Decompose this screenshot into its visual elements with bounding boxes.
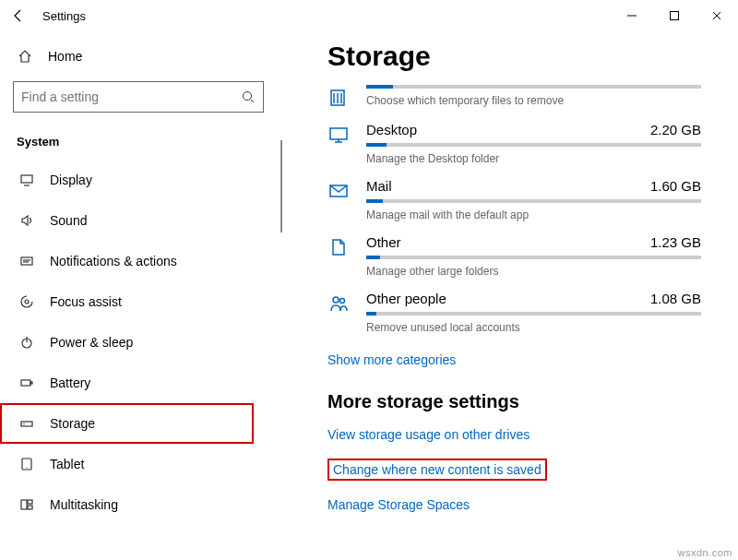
sidebar-item-power[interactable]: Power & sleep	[0, 322, 254, 363]
power-icon	[18, 335, 35, 350]
row-size: 2.20 GB	[650, 122, 701, 137]
row-desc: Remove unused local accounts	[366, 321, 701, 334]
svg-rect-6	[21, 257, 32, 265]
usage-bar	[366, 85, 701, 89]
home-icon	[17, 49, 33, 64]
svg-rect-14	[21, 422, 32, 426]
sound-icon	[18, 213, 35, 228]
other-icon	[327, 236, 350, 258]
row-desc: Manage the Desktop folder	[366, 152, 701, 165]
sidebar-item-sound[interactable]: Sound	[0, 200, 254, 241]
sidebar-item-label: Power & sleep	[50, 335, 133, 350]
battery-icon	[18, 375, 35, 390]
sidebar-item-focus[interactable]: Focus assist	[0, 281, 254, 322]
sidebar-item-label: Battery	[50, 375, 90, 390]
sidebar-item-battery[interactable]: Battery	[0, 363, 254, 403]
svg-rect-18	[21, 500, 27, 509]
row-name: Other	[366, 234, 401, 250]
usage-bar	[366, 143, 701, 147]
sidebar-item-storage[interactable]: Storage	[0, 403, 254, 444]
sidebar: Home System DisplaySoundNotifications & …	[0, 31, 277, 560]
row-desc: Manage other large folders	[366, 265, 701, 278]
svg-point-17	[26, 467, 27, 468]
svg-point-15	[23, 423, 25, 425]
storage-icon	[18, 416, 35, 431]
row-name: Desktop	[366, 122, 417, 137]
storage-row-mail[interactable]: Mail1.60 GBManage mail with the default …	[327, 178, 701, 221]
svg-point-9	[25, 300, 29, 304]
usage-bar	[366, 199, 701, 203]
storage-row-desktop[interactable]: Desktop2.20 GBManage the Desktop folder	[327, 122, 701, 165]
mail-icon	[327, 180, 350, 202]
focus-icon	[18, 294, 35, 309]
sidebar-item-label: Sound	[50, 213, 87, 228]
sidebar-section-label: System	[0, 122, 277, 160]
svg-line-3	[251, 100, 254, 102]
storage-row-temp[interactable]: Choose which temporary files to remove	[327, 85, 701, 109]
notifications-icon	[18, 254, 35, 268]
sidebar-home[interactable]: Home	[0, 41, 277, 72]
storage-row-other[interactable]: Other1.23 GBManage other large folders	[327, 234, 701, 278]
sidebar-item-label: Focus assist	[50, 294, 122, 309]
row-desc: Manage mail with the default app	[366, 209, 701, 221]
svg-rect-13	[30, 382, 32, 384]
main-content: Storage Choose which temporary files to …	[277, 31, 738, 560]
minimize-button[interactable]	[611, 0, 653, 31]
link-view-usage[interactable]: View storage usage on other drives	[327, 427, 530, 442]
page-title: Storage	[327, 41, 701, 72]
sidebar-item-label: Notifications & actions	[50, 254, 177, 268]
svg-rect-25	[330, 128, 347, 139]
sidebar-item-tablet[interactable]: Tablet	[0, 444, 254, 484]
sidebar-item-label: Tablet	[50, 457, 84, 471]
watermark: wsxdn.com	[677, 547, 732, 558]
multitask-icon	[18, 497, 35, 512]
svg-rect-4	[21, 175, 32, 183]
show-more-link[interactable]: Show more categories	[327, 352, 456, 367]
link-change-location[interactable]: Change where new content is saved	[333, 462, 542, 477]
people-icon	[327, 292, 350, 315]
svg-point-30	[340, 299, 345, 304]
svg-rect-20	[28, 506, 32, 509]
usage-bar	[366, 256, 701, 259]
svg-point-29	[333, 297, 339, 303]
display-icon	[18, 173, 35, 187]
sidebar-item-label: Storage	[50, 416, 95, 431]
link-storage-spaces[interactable]: Manage Storage Spaces	[327, 497, 470, 512]
search-icon	[241, 89, 256, 104]
row-name: Other people	[366, 291, 446, 306]
svg-rect-19	[28, 500, 32, 504]
usage-bar	[366, 312, 701, 316]
window-title: Settings	[42, 9, 611, 23]
sidebar-item-display[interactable]: Display	[0, 160, 254, 200]
row-size: 1.23 GB	[650, 234, 701, 250]
search-box[interactable]	[13, 81, 264, 113]
sidebar-item-label: Multitasking	[50, 497, 118, 512]
sidebar-item-notifications[interactable]: Notifications & actions	[0, 241, 254, 281]
svg-point-2	[244, 92, 252, 101]
desktop-icon	[327, 124, 350, 146]
row-desc: Choose which temporary files to remove	[366, 94, 701, 107]
row-name: Mail	[366, 178, 392, 194]
svg-rect-12	[21, 380, 30, 386]
titlebar: Settings	[0, 0, 738, 31]
storage-row-people[interactable]: Other people1.08 GBRemove unused local a…	[327, 291, 701, 334]
more-settings-heading: More storage settings	[327, 391, 701, 412]
sidebar-item-label: Display	[50, 173, 92, 187]
search-input[interactable]	[21, 89, 241, 104]
sidebar-item-multitask[interactable]: Multitasking	[0, 484, 254, 525]
maximize-button[interactable]	[653, 0, 696, 31]
temp-icon	[327, 87, 350, 109]
row-size: 1.60 GB	[650, 178, 701, 194]
close-button[interactable]	[696, 0, 738, 31]
back-button[interactable]	[7, 5, 30, 27]
tablet-icon	[18, 457, 35, 471]
svg-rect-1	[671, 12, 679, 20]
sidebar-home-label: Home	[48, 49, 82, 64]
row-size: 1.08 GB	[650, 291, 701, 306]
